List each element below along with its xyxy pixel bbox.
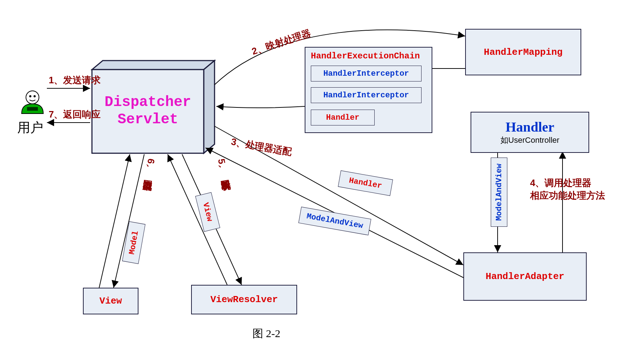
interceptor-1: HandlerInterceptor xyxy=(311,66,422,81)
handler-title: Handler xyxy=(506,119,554,135)
step-4a: 4、调用处理器 xyxy=(530,177,591,189)
svg-point-3 xyxy=(26,91,39,104)
svg-marker-1 xyxy=(204,61,215,153)
svg-point-5 xyxy=(34,95,36,97)
dispatcher-servlet: DispatcherServlet xyxy=(92,94,204,128)
handler-box: Handler 如UserController xyxy=(471,112,589,153)
handler-mapping-label: HandlerMapping xyxy=(484,47,563,58)
svg-point-4 xyxy=(29,95,31,97)
svg-rect-6 xyxy=(27,107,38,111)
msg-mav2: ModelAndView xyxy=(491,158,507,227)
view-label: View xyxy=(100,296,122,306)
svg-line-17 xyxy=(99,154,130,288)
step-6: 6、视图渲染 xyxy=(143,158,158,174)
step-1: 1、发送请求 xyxy=(49,74,101,87)
diagram-stage: DispatcherServlet 用户 HandlerMapping Hand… xyxy=(0,0,644,349)
step-4b: 相应功能处理方法 xyxy=(530,189,605,202)
view-resolver-label: ViewResolver xyxy=(210,294,278,305)
user-label: 用户 xyxy=(17,119,43,137)
figure-caption: 图 2-2 xyxy=(252,326,281,341)
execution-chain-box: HandlerExecutionChain HandlerInterceptor… xyxy=(305,47,432,133)
handler-mapping-box: HandlerMapping xyxy=(465,29,581,75)
handler-adapter-box: HandlerAdapter xyxy=(463,252,587,301)
handler-sub: 如UserController xyxy=(500,135,560,146)
step-7: 7、返回响应 xyxy=(49,108,101,121)
svg-marker-0 xyxy=(92,61,215,70)
step-5: 5、视图解析 xyxy=(215,158,230,174)
chain-title: HandlerExecutionChain xyxy=(311,51,420,61)
chain-handler: Handler xyxy=(311,110,375,125)
view-resolver-box: ViewResolver xyxy=(191,285,297,314)
view-box: View xyxy=(83,288,138,314)
handler-adapter-label: HandlerAdapter xyxy=(486,271,564,282)
interceptor-2: HandlerInterceptor xyxy=(311,87,422,103)
